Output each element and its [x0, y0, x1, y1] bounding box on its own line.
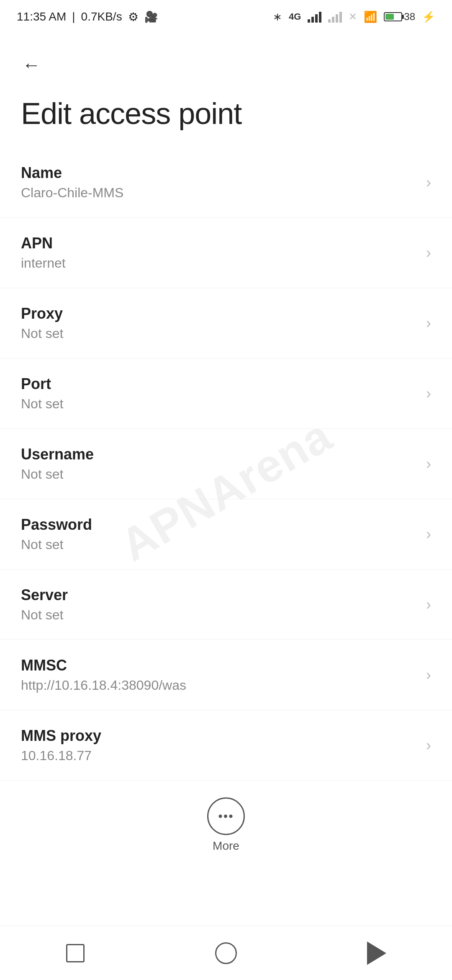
- setting-server-value: Not set: [21, 607, 418, 623]
- setting-mms-proxy[interactable]: MMS proxy 10.16.18.77 ›: [0, 710, 452, 781]
- setting-username[interactable]: Username Not set ›: [0, 429, 452, 499]
- chevron-icon: ›: [426, 315, 431, 332]
- setting-apn[interactable]: APN internet ›: [0, 218, 452, 288]
- no-signal-icon: ✕: [349, 11, 357, 23]
- chevron-icon: ›: [426, 385, 431, 402]
- chevron-icon: ›: [426, 244, 431, 262]
- setting-port-label: Port: [21, 375, 418, 393]
- navigation-bar: [0, 926, 452, 980]
- chevron-icon: ›: [426, 174, 431, 191]
- setting-server-content: Server Not set: [21, 586, 418, 623]
- triangle-icon: [367, 941, 386, 965]
- chevron-icon: ›: [426, 526, 431, 543]
- setting-mms-proxy-value: 10.16.18.77: [21, 748, 418, 763]
- battery-percent: 38: [404, 11, 415, 23]
- setting-proxy-content: Proxy Not set: [21, 305, 418, 341]
- setting-mmsc-content: MMSC http://10.16.18.4:38090/was: [21, 657, 418, 693]
- setting-mmsc-label: MMSC: [21, 657, 418, 674]
- setting-server-label: Server: [21, 586, 418, 604]
- back-button[interactable]: ←: [17, 50, 46, 80]
- setting-password-label: Password: [21, 516, 418, 534]
- setting-proxy-label: Proxy: [21, 305, 418, 322]
- battery-indicator: 38: [384, 11, 415, 23]
- back-area[interactable]: ←: [0, 34, 452, 88]
- circle-icon: [215, 942, 237, 964]
- back-nav-button[interactable]: [356, 932, 398, 974]
- setting-username-content: Username Not set: [21, 446, 418, 482]
- setting-apn-label: APN: [21, 235, 418, 252]
- chevron-icon: ›: [426, 737, 431, 754]
- setting-mmsc[interactable]: MMSC http://10.16.18.4:38090/was ›: [0, 640, 452, 710]
- setting-name-label: Name: [21, 164, 418, 182]
- network-speed: 0.7KB/s: [81, 10, 122, 23]
- setting-apn-value: internet: [21, 255, 418, 271]
- wifi-icon: 📶: [364, 10, 377, 23]
- setting-server[interactable]: Server Not set ›: [0, 570, 452, 640]
- more-button[interactable]: •••: [207, 797, 245, 835]
- setting-port-content: Port Not set: [21, 375, 418, 412]
- setting-password-content: Password Not set: [21, 516, 418, 552]
- setting-username-label: Username: [21, 446, 418, 463]
- status-icons: ∗ 4G ✕ 📶 38 ⚡: [273, 10, 435, 23]
- more-area[interactable]: ••• More: [0, 781, 452, 865]
- chevron-icon: ›: [426, 455, 431, 473]
- setting-apn-content: APN internet: [21, 235, 418, 271]
- settings-icon: ⚙: [128, 10, 139, 24]
- setting-proxy-value: Not set: [21, 326, 418, 341]
- bluetooth-icon: ∗: [273, 10, 282, 23]
- setting-proxy[interactable]: Proxy Not set ›: [0, 288, 452, 358]
- setting-password-value: Not set: [21, 537, 418, 552]
- settings-list: Name Claro-Chile-MMS › APN internet › Pr…: [0, 147, 452, 781]
- signal-bars-1: [308, 11, 321, 23]
- setting-password[interactable]: Password Not set ›: [0, 499, 452, 570]
- setting-name[interactable]: Name Claro-Chile-MMS ›: [0, 147, 452, 218]
- setting-mms-proxy-content: MMS proxy 10.16.18.77: [21, 727, 418, 763]
- more-label: More: [213, 839, 239, 853]
- back-arrow-icon: ←: [22, 56, 41, 74]
- time-display: 11:35 AM: [17, 10, 66, 23]
- setting-username-value: Not set: [21, 467, 418, 482]
- status-bar: 11:35 AM | 0.7KB/s ⚙ 🎥 ∗ 4G ✕ 📶 38: [0, 0, 452, 34]
- setting-port-value: Not set: [21, 396, 418, 412]
- network-4g-icon: 4G: [289, 11, 301, 22]
- chevron-icon: ›: [426, 666, 431, 684]
- charging-icon: ⚡: [422, 10, 435, 23]
- page-title: Edit access point: [0, 88, 452, 147]
- recent-apps-button[interactable]: [54, 932, 96, 974]
- chevron-icon: ›: [426, 596, 431, 614]
- status-time-speed: 11:35 AM | 0.7KB/s ⚙ 🎥: [17, 10, 158, 24]
- setting-name-content: Name Claro-Chile-MMS: [21, 164, 418, 201]
- more-dots-icon: •••: [218, 809, 234, 823]
- camera-icon: 🎥: [144, 10, 158, 23]
- home-button[interactable]: [205, 932, 247, 974]
- signal-bars-2: [328, 11, 342, 23]
- setting-mms-proxy-label: MMS proxy: [21, 727, 418, 745]
- separator: |: [72, 10, 75, 23]
- setting-name-value: Claro-Chile-MMS: [21, 185, 418, 201]
- setting-mmsc-value: http://10.16.18.4:38090/was: [21, 678, 418, 693]
- square-icon: [66, 944, 85, 962]
- setting-port[interactable]: Port Not set ›: [0, 358, 452, 429]
